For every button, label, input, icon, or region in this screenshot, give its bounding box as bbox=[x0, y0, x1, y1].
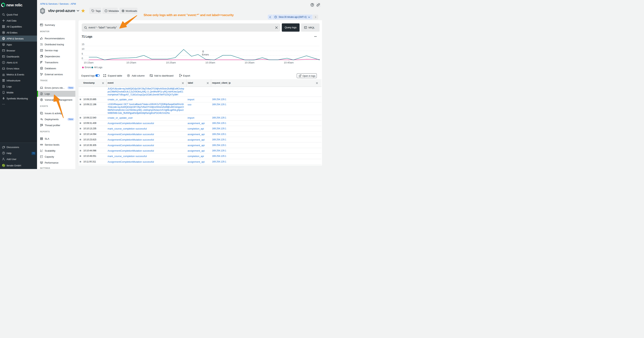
svg-text:10:35am: 10:35am bbox=[244, 61, 254, 64]
svg-text:10: 10 bbox=[82, 48, 84, 50]
svg-text:0: 0 bbox=[82, 57, 83, 60]
svg-text:Errors: Errors bbox=[202, 53, 209, 56]
svg-text:5: 5 bbox=[82, 52, 83, 55]
svg-text:10:15am: 10:15am bbox=[84, 61, 94, 64]
svg-text:15: 15 bbox=[82, 43, 84, 46]
svg-text:10:40am: 10:40am bbox=[284, 61, 294, 64]
svg-text:10:20am: 10:20am bbox=[126, 61, 136, 64]
svg-text:0: 0 bbox=[202, 50, 204, 53]
svg-text:10:30am: 10:30am bbox=[205, 61, 215, 64]
svg-text:10:25am: 10:25am bbox=[166, 61, 176, 64]
